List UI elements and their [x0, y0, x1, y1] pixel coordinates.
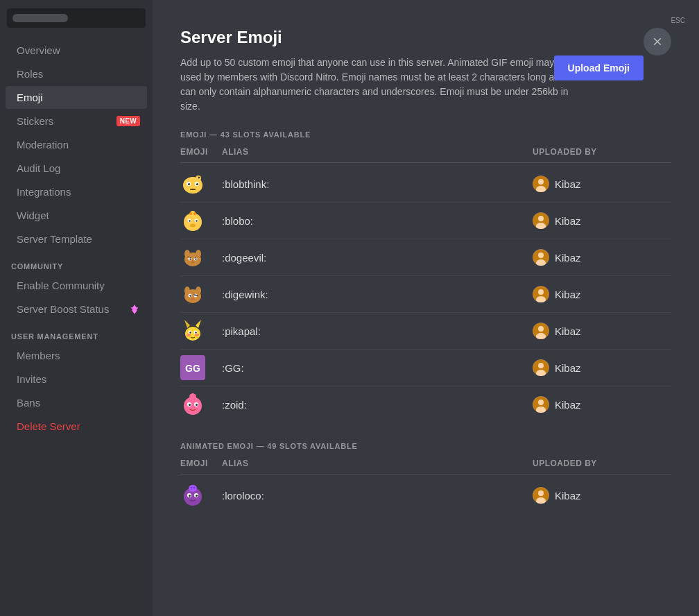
- sidebar-item-roles[interactable]: Roles: [6, 62, 147, 85]
- svg-marker-50: [196, 320, 201, 328]
- sidebar-item-enable-community[interactable]: Enable Community: [6, 274, 147, 297]
- svg-point-6: [196, 176, 201, 181]
- emoji-cell: [180, 318, 222, 343]
- svg-point-59: [538, 326, 544, 332]
- emoji-image: [180, 282, 205, 307]
- uploader-avatar: [533, 396, 549, 413]
- uploader-avatar: [533, 286, 549, 302]
- uploader-avatar: [533, 359, 549, 376]
- svg-point-19: [189, 212, 192, 215]
- uploader-name: Kibaz: [555, 252, 581, 264]
- sidebar-item-overview[interactable]: Overview: [6, 39, 147, 62]
- emoji-cell: [180, 171, 222, 196]
- table-row: :digewink: Kibaz: [180, 276, 671, 313]
- close-container: ESC: [671, 14, 685, 24]
- animated-rows-container: :loroloco: Kibaz: [180, 477, 671, 513]
- svg-point-17: [190, 224, 196, 228]
- sidebar-item-server-boost[interactable]: Server Boost Status: [6, 298, 147, 320]
- svg-point-39: [196, 286, 201, 295]
- alias-cell: :GG:: [222, 362, 533, 374]
- sidebar-item-server-template[interactable]: Server Template: [6, 228, 147, 250]
- sidebar-item-moderation[interactable]: Moderation: [6, 133, 147, 156]
- emoji-cell: [180, 483, 222, 508]
- sidebar-item-delete-server[interactable]: Delete Server: [6, 415, 147, 438]
- emoji-image: [180, 483, 205, 508]
- emoji-image: [180, 245, 205, 270]
- emoji-image: [180, 171, 205, 196]
- svg-point-3: [188, 183, 190, 185]
- svg-point-69: [189, 404, 191, 406]
- table-row: :blobo: Kibaz: [180, 203, 671, 239]
- sidebar-item-bans[interactable]: Bans: [6, 391, 147, 414]
- table-row: :zoid: Kibaz: [180, 386, 671, 422]
- uploader-name: Kibaz: [555, 362, 581, 374]
- sidebar: Overview Roles Emoji Stickers NEW Modera…: [0, 0, 153, 616]
- animated-col-header-alias: Alias: [222, 459, 533, 468]
- svg-point-38: [184, 286, 190, 295]
- server-search[interactable]: [7, 8, 146, 28]
- emoji-rows-container: :blobthink: Kibaz :blobo: K: [180, 166, 671, 422]
- uploader-cell: Kibaz: [533, 249, 671, 266]
- svg-point-46: [538, 289, 544, 295]
- uploader-cell: Kibaz: [533, 176, 671, 192]
- alias-cell: :zoid:: [222, 399, 533, 411]
- col-header-emoji: Emoji: [180, 147, 222, 157]
- search-bar-placeholder: [12, 14, 68, 22]
- emoji-cell: [180, 245, 222, 270]
- svg-point-84: [538, 490, 544, 496]
- svg-point-42: [189, 295, 191, 296]
- sidebar-item-stickers[interactable]: Stickers NEW: [6, 110, 147, 132]
- svg-point-35: [538, 253, 544, 258]
- emoji-cell: [180, 392, 222, 417]
- uploader-cell: Kibaz: [533, 487, 671, 504]
- emoji-image: [180, 208, 205, 233]
- table-row: GG :GG: Kibaz: [180, 350, 671, 386]
- emoji-section-header: EMOJI — 43 SLOTS AVAILABLE: [180, 130, 671, 139]
- uploader-cell: Kibaz: [533, 359, 671, 376]
- svg-point-22: [538, 216, 544, 221]
- svg-point-81: [191, 487, 193, 489]
- uploader-name: Kibaz: [555, 289, 581, 300]
- uploader-cell: Kibaz: [533, 286, 671, 302]
- svg-point-70: [196, 404, 198, 406]
- close-button[interactable]: [644, 28, 671, 55]
- uploader-avatar: [533, 176, 549, 192]
- main-content: ESC Server Emoji Add up to 50 custom emo…: [153, 0, 699, 616]
- svg-point-64: [538, 363, 544, 368]
- table-row: :dogeevil: Kibaz: [180, 239, 671, 276]
- page-description: Add up to 50 custom emoji that anyone ca…: [180, 55, 582, 114]
- new-badge: NEW: [116, 116, 140, 126]
- svg-point-7: [198, 177, 200, 178]
- sidebar-item-audit-log[interactable]: Audit Log: [6, 157, 147, 180]
- svg-line-43: [194, 295, 198, 296]
- uploader-name: Kibaz: [555, 325, 581, 337]
- uploader-name: Kibaz: [555, 178, 581, 190]
- animated-col-header-emoji: Emoji: [180, 459, 222, 468]
- uploader-avatar: [533, 212, 549, 229]
- uploader-cell: Kibaz: [533, 396, 671, 413]
- svg-point-16: [196, 220, 197, 221]
- user-management-section-header: USER MANAGEMENT: [0, 321, 153, 343]
- svg-point-82: [193, 487, 196, 489]
- sidebar-item-members[interactable]: Members: [6, 344, 147, 367]
- col-header-alias: Alias: [222, 147, 533, 157]
- emoji-cell: GG: [180, 355, 222, 380]
- alias-cell: :pikapal:: [222, 325, 533, 337]
- uploader-name: Kibaz: [555, 399, 581, 411]
- sidebar-item-emoji[interactable]: Emoji: [6, 86, 147, 109]
- svg-point-30: [195, 258, 196, 259]
- svg-rect-5: [190, 189, 196, 190]
- svg-point-29: [189, 258, 191, 259]
- sidebar-item-invites[interactable]: Invites: [6, 368, 147, 391]
- sidebar-item-integrations[interactable]: Integrations: [6, 180, 147, 203]
- svg-point-79: [196, 495, 198, 497]
- svg-point-15: [189, 220, 190, 221]
- svg-point-10: [538, 179, 544, 185]
- emoji-image: [180, 318, 205, 343]
- sidebar-item-widget[interactable]: Widget: [6, 204, 147, 227]
- close-button-label: ESC: [671, 17, 685, 24]
- alias-cell: :dogeevil:: [222, 252, 533, 264]
- svg-point-73: [538, 400, 544, 405]
- svg-text:GG: GG: [185, 363, 200, 374]
- upload-emoji-button[interactable]: Upload Emoji: [554, 55, 644, 80]
